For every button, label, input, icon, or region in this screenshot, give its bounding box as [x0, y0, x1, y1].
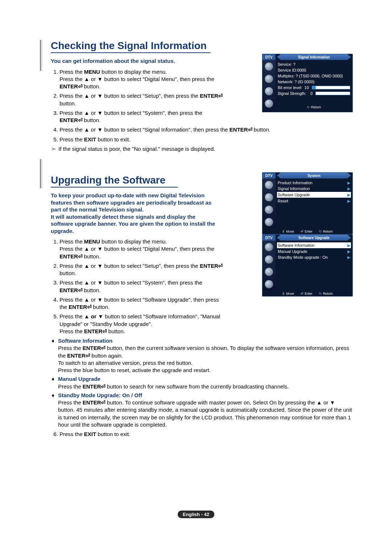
- osd-return-hint: ↻Return: [307, 105, 321, 109]
- s2-step-1: Press the MENU button to display the men…: [60, 238, 223, 260]
- osd-row: Service: ?: [278, 62, 350, 67]
- osd-bit-error-label: Bit error level:: [278, 85, 302, 90]
- enter-icon: ⏎: [78, 83, 82, 89]
- return-icon: ↻: [319, 230, 322, 233]
- osd-signal-strength-value: 0: [307, 91, 313, 96]
- bullet-standby-mode-upgrade: ♦ Standby Mode Upgrade: On / Off Press t…: [51, 392, 352, 428]
- updown-icon: ⇳: [282, 292, 285, 295]
- osd-menu-item[interactable]: Standby Mode upgrade : On: [278, 255, 346, 259]
- osd-menu-item-selected[interactable]: Software Information: [278, 243, 346, 247]
- osd-enter-hint: ⏎Enter: [301, 292, 313, 295]
- diamond-icon: ♦: [51, 337, 55, 374]
- osd-dtv-badge: DTV: [262, 173, 275, 178]
- return-icon: ↻: [307, 105, 310, 109]
- enter-icon: ⏎: [86, 352, 90, 359]
- enter-icon: ⏎: [87, 304, 91, 310]
- osd-row: Network: ? (ID 0000): [278, 80, 350, 84]
- osd-side-icon: [265, 74, 273, 83]
- osd-bit-error-bar: [312, 86, 350, 89]
- enter-icon: ⏎: [218, 263, 222, 269]
- osd-side-icon: [265, 99, 273, 108]
- section2-intro: To keep your product up-to-date with new…: [51, 192, 218, 234]
- osd-menu-item[interactable]: Product Information: [278, 181, 346, 185]
- section1-intro: You can get information about the signal…: [51, 57, 218, 65]
- osd-signal-strength-bar: [315, 92, 350, 95]
- s2-step-4: Press the ▲ or ▼ button to select "Softw…: [60, 296, 223, 311]
- enter-icon: ⏎: [218, 93, 222, 99]
- osd-dtv-badge: DTV: [262, 235, 275, 241]
- osd-menu-item[interactable]: Signal Information: [278, 186, 346, 191]
- s2-step-3: Press the ▲ or ▼ button to select "Syste…: [60, 279, 223, 294]
- s2-step-2: Press the ▲ or ▼ button to select "Setup…: [60, 262, 223, 277]
- osd-title: System: [277, 173, 351, 178]
- bullet-software-information: ♦ Software Information Press the ENTER⏎ …: [51, 337, 352, 374]
- osd-row: Service ID:0000: [278, 68, 350, 72]
- enter-icon: ⏎: [78, 253, 82, 259]
- diamond-icon: ♦: [51, 392, 55, 428]
- osd-bit-error-value: 10: [304, 85, 309, 90]
- osd-side-icon: [265, 62, 273, 71]
- section2-title: Upgrading the Software: [51, 174, 178, 188]
- osd-software-upgrade: DTV Software Upgrade Software Informatio…: [262, 234, 353, 297]
- enter-icon: ⏎: [78, 117, 82, 123]
- enter-icon: ⏎: [101, 383, 105, 390]
- step-5: Press the EXIT button to exit.: [60, 136, 352, 143]
- osd-side-icon: [265, 267, 273, 276]
- osd-side-icon: [265, 280, 273, 289]
- osd-side-icon: [265, 87, 273, 96]
- chevron-right-icon: ▶: [347, 181, 350, 185]
- return-icon: ↻: [319, 292, 322, 295]
- step-3: Press the ▲ or ▼ button to select "Syste…: [60, 109, 223, 124]
- enter-icon: ⏎: [78, 287, 82, 293]
- osd-menu-item[interactable]: Reset: [278, 199, 346, 203]
- osd-side-icon: [265, 255, 273, 264]
- bullet-manual-upgrade: ♦ Manual Upgrade Press the ENTER⏎ button…: [51, 375, 352, 390]
- step-1: Press the MENU button to display the men…: [60, 68, 223, 90]
- osd-menu-item[interactable]: Manual Upgrade: [278, 249, 346, 254]
- chevron-right-icon: ▶: [347, 255, 350, 260]
- enter-icon: ⏎: [248, 126, 252, 133]
- note-arrow-icon: ➣: [51, 146, 56, 152]
- osd-side-icon: [265, 181, 273, 189]
- osd-side-icon: [265, 218, 273, 226]
- section1-title: Checking the Signal Information: [51, 40, 211, 53]
- section-marker: [40, 40, 42, 71]
- osd-side-icon: [265, 205, 273, 214]
- chevron-right-icon: ▶: [347, 193, 350, 197]
- updown-icon: ⇳: [282, 230, 285, 233]
- osd-return-hint: ↻Return: [319, 230, 333, 233]
- osd-side-icon: [265, 193, 273, 202]
- s2-step-6: Press the EXIT button to exit.: [60, 431, 352, 438]
- enter-icon: ⏎: [301, 230, 303, 233]
- enter-icon: ⏎: [102, 328, 107, 334]
- osd-title: Signal Information: [277, 54, 351, 60]
- osd-row: Multiplex: ? (TSID 0000, ONID 0000): [278, 74, 350, 78]
- enter-icon: ⏎: [301, 292, 303, 295]
- osd-signal-strength-label: Signal Strength:: [278, 91, 306, 96]
- osd-system: DTV System Product Information▶ Signal I…: [262, 172, 353, 234]
- step-4: Press the ▲ or ▼ button to select "Signa…: [60, 126, 352, 133]
- section1-note: ➣ If the signal status is poor, the "No …: [51, 145, 352, 153]
- chevron-right-icon: ▶: [347, 186, 350, 191]
- chevron-right-icon: ▶: [347, 199, 350, 203]
- osd-signal-information: DTV Signal Information Service: ? Servic…: [262, 54, 353, 112]
- osd-move-hint: ⇳Move: [282, 230, 294, 233]
- osd-move-hint: ⇳Move: [282, 292, 294, 295]
- enter-icon: ⏎: [101, 345, 105, 351]
- enter-icon: ⏎: [101, 399, 105, 406]
- osd-menu-item-selected[interactable]: Software Upgrade: [278, 193, 346, 197]
- step-2: Press the ▲ or ▼ button to select "Setup…: [60, 92, 223, 107]
- chevron-right-icon: ▶: [347, 243, 350, 248]
- osd-dtv-badge: DTV: [262, 54, 275, 60]
- osd-enter-hint: ⏎Enter: [301, 230, 313, 233]
- osd-return-hint: ↻Return: [319, 292, 333, 295]
- osd-side-icon: [265, 243, 273, 251]
- section-marker: [40, 159, 42, 188]
- s2-step-5: Press the ▲ or ▼ button to select "Softw…: [60, 313, 223, 335]
- osd-title: Software Upgrade: [277, 235, 351, 241]
- diamond-icon: ♦: [51, 375, 55, 390]
- chevron-right-icon: ▶: [347, 249, 350, 254]
- page-footer: English - 42: [178, 511, 215, 518]
